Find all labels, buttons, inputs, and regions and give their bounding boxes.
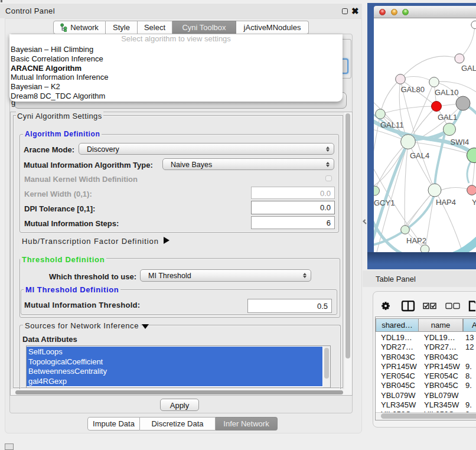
- svg-text:HAP4: HAP4: [436, 198, 456, 207]
- svg-text:Y: Y: [472, 198, 476, 207]
- svg-text:HAP2: HAP2: [406, 236, 426, 245]
- svg-text:SWI4: SWI4: [451, 138, 470, 146]
- svg-text:GAL: GAL: [461, 64, 476, 73]
- svg-text:GAL80: GAL80: [401, 85, 425, 94]
- svg-text:GAL4: GAL4: [410, 151, 429, 160]
- svg-text:GAL11: GAL11: [380, 120, 404, 129]
- svg-text:GAL1: GAL1: [438, 113, 457, 122]
- svg-text:GCY1: GCY1: [374, 198, 395, 207]
- svg-text:GAL10: GAL10: [435, 88, 458, 97]
